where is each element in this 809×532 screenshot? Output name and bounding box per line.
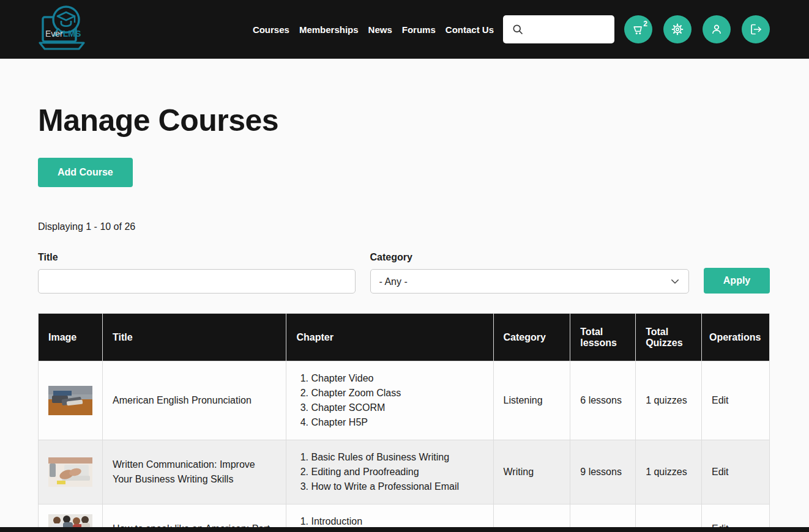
logo-text: EverLMS — [45, 29, 81, 39]
chapter-item: Chapter Video — [311, 371, 483, 386]
filters-form: Title Category - Any - Apply — [38, 252, 770, 294]
results-count: Displaying 1 - 10 of 26 — [38, 221, 770, 232]
course-title: Written Communication: Improve Your Busi… — [103, 440, 286, 504]
page-title: Manage Courses — [38, 103, 770, 138]
main-content: Manage Courses Add Course Displaying 1 -… — [0, 103, 809, 532]
title-filter-label: Title — [38, 252, 356, 263]
edit-link[interactable]: Edit — [712, 395, 729, 405]
table-row: Written Communication: Improve Your Busi… — [39, 440, 770, 504]
cart-button[interactable]: 2 — [624, 15, 652, 43]
chapter-list: Chapter Video Chapter Zoom Class Chapter… — [296, 371, 483, 430]
chapter-item: Editing and Proofreading — [311, 465, 483, 479]
search-icon — [512, 23, 524, 35]
header-total-quizzes: Total Quizzes — [636, 314, 702, 361]
chapter-item: Chapter Zoom Class — [311, 386, 483, 401]
everlms-logo[interactable]: EverLMS — [38, 4, 86, 54]
category-filter-select[interactable]: - Any - — [370, 269, 690, 294]
course-category: Listening — [493, 361, 570, 440]
gear-icon — [670, 22, 685, 37]
footer-bar — [0, 527, 809, 532]
chapter-item: Chapter H5P — [311, 415, 483, 430]
chapter-item: How to Write a Professional Email — [311, 479, 483, 494]
topbar: EverLMS Courses Memberships News Forums … — [0, 0, 809, 59]
nav-item-forums[interactable]: Forums — [402, 24, 436, 35]
nav-item-news[interactable]: News — [368, 24, 392, 35]
settings-button[interactable] — [663, 15, 692, 43]
nav-item-contact-us[interactable]: Contact Us — [446, 24, 494, 35]
courses-table: Image Title Chapter Category Total lesso… — [38, 313, 770, 532]
main-navigation: Courses Memberships News Forums Contact … — [253, 24, 494, 35]
cart-badge: 2 — [643, 20, 647, 28]
course-title: American English Pronunciation — [103, 361, 286, 440]
header-operations: Operations — [701, 314, 769, 361]
header-total-lessons: Total lessons — [570, 314, 636, 361]
title-filter-input[interactable] — [38, 269, 356, 294]
search-input[interactable] — [528, 17, 601, 42]
logout-icon — [748, 22, 763, 37]
nav-item-memberships[interactable]: Memberships — [299, 24, 359, 35]
category-filter-label: Category — [370, 252, 690, 263]
course-thumbnail — [48, 457, 92, 487]
course-lessons: 6 lessons — [570, 361, 636, 440]
edit-link[interactable]: Edit — [712, 467, 729, 477]
chapter-list: Basic Rules of Business Writing Editing … — [296, 450, 483, 494]
user-icon — [709, 22, 724, 37]
course-quizzes: 1 quizzes — [636, 440, 702, 504]
logout-button[interactable] — [742, 15, 770, 43]
course-lessons: 9 lessons — [570, 440, 636, 504]
chapter-item: Basic Rules of Business Writing — [311, 450, 483, 465]
add-course-button[interactable]: Add Course — [38, 158, 133, 187]
chapter-item: Chapter SCORM — [311, 401, 483, 415]
header-chapter: Chapter — [286, 314, 493, 361]
account-button[interactable] — [703, 15, 731, 43]
apply-filter-button[interactable]: Apply — [704, 268, 770, 294]
nav-item-courses[interactable]: Courses — [253, 24, 289, 35]
topbar-actions: 2 — [624, 15, 770, 43]
course-quizzes: 1 quizzes — [636, 361, 702, 440]
table-header-row: Image Title Chapter Category Total lesso… — [39, 314, 770, 361]
header-title: Title — [103, 314, 286, 361]
table-row: American English Pronunciation Chapter V… — [39, 361, 770, 440]
header-category: Category — [493, 314, 570, 361]
search-box[interactable] — [503, 15, 614, 43]
course-category: Writing — [493, 440, 570, 504]
header-image: Image — [39, 314, 103, 361]
course-thumbnail — [48, 386, 92, 415]
